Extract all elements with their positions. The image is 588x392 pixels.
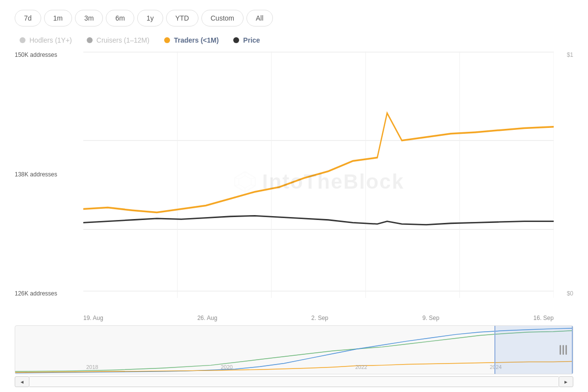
y-axis-left: 150K addresses 138K addresses 126K addre…	[15, 51, 83, 312]
time-range-toolbar: 7d 1m 3m 6m 1y YTD Custom All	[15, 10, 573, 26]
navigator-area[interactable]: 2018 2020 2022 2024	[15, 325, 573, 374]
btn-custom[interactable]: Custom	[201, 10, 244, 26]
x-label-2: 2. Sep	[311, 315, 328, 321]
traders-label: Traders (<1M)	[174, 36, 219, 44]
btn-7d[interactable]: 7d	[15, 10, 41, 26]
resize-bar-1	[560, 345, 561, 355]
btn-all[interactable]: All	[246, 10, 273, 26]
scroll-controls: ◄ ►	[15, 376, 573, 387]
btn-3m[interactable]: 3m	[75, 10, 103, 26]
main-container: 7d 1m 3m 6m 1y YTD Custom All Hodlers (1…	[0, 0, 588, 392]
nav-scroll-handle[interactable]	[494, 326, 573, 374]
y-mid-label: 138K addresses	[15, 171, 83, 178]
legend-traders[interactable]: Traders (<1M)	[164, 36, 219, 44]
x-label-1: 26. Aug	[197, 315, 218, 321]
btn-1m[interactable]: 1m	[44, 10, 72, 26]
scroll-right-button[interactable]: ►	[559, 376, 573, 387]
price-dot	[233, 37, 239, 43]
scroll-track[interactable]	[29, 376, 559, 387]
y-top-label: 150K addresses	[15, 51, 83, 58]
traders-dot	[164, 37, 170, 43]
resize-bar-3	[565, 345, 567, 355]
hodlers-label: Hodlers (1Y+)	[29, 36, 72, 44]
x-axis: 19. Aug 26. Aug 2. Sep 9. Sep 16. Sep	[83, 312, 554, 321]
cruisers-dot	[87, 37, 93, 43]
nav-year-2020: 2020	[221, 364, 233, 370]
hodlers-dot	[20, 37, 25, 43]
x-label-4: 16. Sep	[534, 315, 554, 321]
nav-year-2022: 2022	[355, 364, 367, 370]
nav-resize-icon	[560, 345, 567, 355]
x-label-0: 19. Aug	[83, 315, 103, 321]
resize-bar-2	[563, 345, 564, 355]
chart-with-axes: 150K addresses 138K addresses 126K addre…	[15, 51, 573, 312]
cruisers-label: Cruisers (1–12M)	[97, 36, 149, 44]
nav-year-2018: 2018	[86, 364, 98, 370]
legend-hodlers[interactable]: Hodlers (1Y+)	[20, 36, 72, 44]
scroll-left-button[interactable]: ◄	[15, 376, 29, 387]
legend-price[interactable]: Price	[233, 36, 260, 44]
y-axis-right: $1 $0	[554, 51, 573, 312]
chart-canvas[interactable]: IntoTheBlock	[83, 51, 554, 312]
price-label: Price	[243, 36, 260, 44]
x-label-3: 9. Sep	[422, 315, 440, 321]
y-right-bottom-label: $0	[567, 290, 573, 297]
main-svg-chart	[83, 51, 554, 312]
y-right-top-label: $1	[567, 51, 573, 58]
y-bottom-label: 126K addresses	[15, 290, 83, 297]
legend-cruisers[interactable]: Cruisers (1–12M)	[87, 36, 149, 44]
btn-1y[interactable]: 1y	[137, 10, 163, 26]
btn-ytd[interactable]: YTD	[166, 10, 198, 26]
btn-6m[interactable]: 6m	[106, 10, 134, 26]
main-chart-area: 150K addresses 138K addresses 126K addre…	[15, 51, 573, 321]
nav-year-labels: 2018 2020 2022 2024	[15, 364, 573, 370]
chart-legend: Hodlers (1Y+) Cruisers (1–12M) Traders (…	[15, 36, 573, 44]
